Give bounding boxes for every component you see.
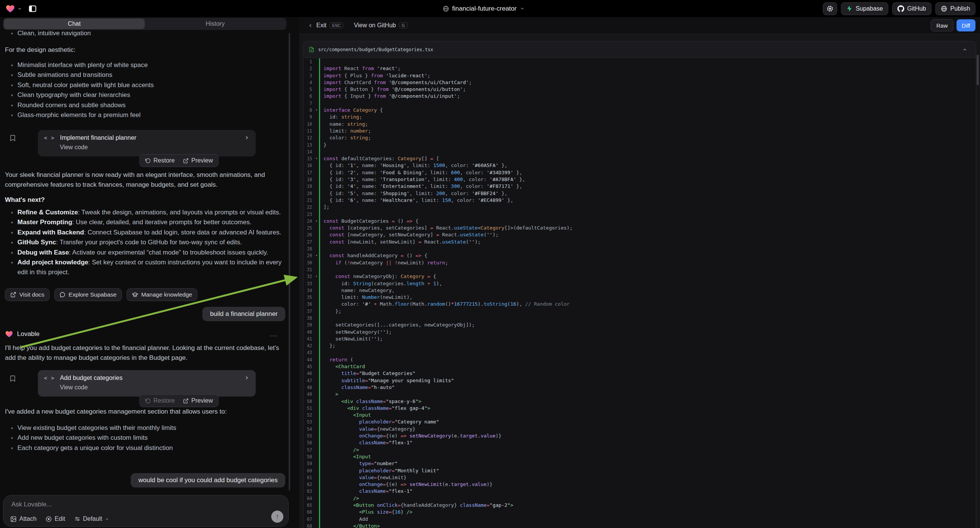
code-line: 25 const [categories, setCategories] = R… — [304, 224, 976, 231]
line-number: 31 — [304, 266, 314, 273]
chat-scrollbar[interactable] — [289, 33, 290, 490]
preview-button[interactable]: Preview — [183, 397, 213, 404]
manage-knowledge-button[interactable]: Manage knowledge — [127, 288, 197, 301]
fold-gutter — [314, 211, 319, 218]
fold-gutter — [314, 453, 319, 460]
code-line: 28 — [304, 245, 976, 252]
fold-gutter — [314, 79, 319, 86]
attach-button[interactable]: Attach — [10, 515, 37, 522]
code-text: setNewCategory(''); — [320, 329, 392, 336]
line-number: 28 — [304, 245, 314, 252]
chat-bubble-icon — [59, 292, 65, 298]
code-line: 11 limit: number; — [304, 128, 976, 134]
chevron-right-icon — [244, 375, 250, 381]
list-item: Clean typography with clear hierarchies — [5, 90, 280, 100]
fold-chevron-icon[interactable]: ▾ — [314, 273, 319, 280]
view-code-link[interactable]: View code — [44, 384, 250, 391]
sliders-icon — [74, 516, 80, 522]
code-text: <ChartCard — [320, 363, 365, 370]
mode-label: Default — [83, 515, 102, 522]
code-line: 38 — [304, 315, 976, 321]
edit-mode-button[interactable]: Edit — [45, 515, 65, 522]
code-text: if (!newCategory || !newLimit) return; — [320, 259, 448, 266]
toggle-sidebar-button[interactable] — [28, 4, 37, 13]
restore-button[interactable]: Restore — [145, 157, 175, 164]
code-line: 66 <Plus size={16} /> — [304, 509, 976, 515]
bookmark-icon[interactable] — [9, 134, 16, 142]
line-number: 48 — [304, 384, 314, 391]
code-text — [320, 266, 323, 273]
code-line: 34 name: newCategory, — [304, 287, 976, 294]
restore-button-disabled[interactable]: Restore — [145, 397, 175, 404]
publish-button[interactable]: Publish — [935, 2, 975, 15]
line-number: 11 — [304, 128, 314, 134]
code-text: /> — [320, 447, 359, 453]
supabase-bolt-icon — [846, 5, 853, 12]
tab-history[interactable]: History — [145, 19, 286, 29]
list-item: Debug with Ease: Activate our experiment… — [5, 248, 285, 258]
fold-gutter — [314, 197, 319, 204]
code-line: 52 <Input — [304, 412, 976, 418]
line-number: 15 — [304, 155, 314, 162]
fold-gutter — [314, 128, 319, 134]
fold-gutter — [314, 439, 319, 446]
prompt-input-box[interactable]: Ask Lovable... Attach Edit — [3, 495, 289, 527]
preview-label: Preview — [191, 397, 213, 404]
fold-chevron-icon[interactable]: ▾ — [314, 107, 319, 114]
supabase-button[interactable]: Supabase — [841, 2, 888, 15]
version-card-implement-financial-planner[interactable]: < > Implement financial planner View cod… — [38, 130, 256, 156]
bookmark-icon[interactable] — [9, 375, 16, 382]
fold-chevron-icon[interactable]: ▾ — [314, 218, 319, 224]
code-text: color: '#' + Math.floor(Math.random()*16… — [320, 301, 570, 308]
fold-gutter — [314, 169, 319, 176]
file-path-bar[interactable]: src/components/budget/BudgetCategories.t… — [304, 41, 976, 58]
explore-supabase-button[interactable]: Explore Supabase — [54, 288, 122, 301]
code-line: 29▾ const handleAddCategory = () => { — [304, 252, 976, 259]
view-on-github-button[interactable]: View on GitHub G — [354, 22, 407, 29]
line-number: 66 — [304, 509, 314, 515]
code-line: 14 — [304, 148, 976, 155]
chevron-down-icon[interactable] — [18, 6, 22, 11]
collapse-file-button[interactable] — [959, 44, 970, 55]
planner-ready-message: Your sleek financial planner is now read… — [5, 170, 280, 190]
fold-chevron-icon[interactable]: ▾ — [314, 155, 319, 162]
code-text: }; — [320, 342, 335, 349]
lovable-logo-heart-icon[interactable] — [5, 4, 15, 14]
line-number: 33 — [304, 280, 314, 287]
github-button[interactable]: GitHub — [892, 2, 932, 15]
version-card-add-budget-categories[interactable]: < > Add budget categories View code — [38, 370, 256, 396]
message-menu-button[interactable]: ... — [270, 330, 278, 338]
view-code-link[interactable]: View code — [44, 144, 250, 151]
code-text: { id: '5', name: 'Shopping', limit: 200,… — [320, 190, 507, 197]
view-on-github-label: View on GitHub — [354, 22, 396, 29]
visit-docs-button[interactable]: Visit docs — [5, 288, 49, 301]
exit-button[interactable]: Exit ESC — [308, 22, 343, 29]
code-line: 63 className="flex-1" — [304, 488, 976, 495]
preview-button[interactable]: Preview — [183, 157, 213, 164]
model-mode-select[interactable]: Default — [74, 515, 109, 522]
design-bullet-list: Minimalist interface with plenty of whit… — [5, 60, 280, 120]
settings-button[interactable] — [823, 2, 837, 15]
fold-gutter — [314, 349, 319, 356]
line-number: 58 — [304, 453, 314, 460]
code-scrollbar[interactable] — [977, 55, 979, 85]
code-line: 24▾const BudgetCategories = () => { — [304, 218, 976, 224]
fold-gutter — [314, 231, 319, 238]
code-text: type="number" — [320, 460, 398, 467]
whats-next-list: Refine & Customize: Tweak the design, an… — [5, 208, 285, 278]
code-line: 21 { id: '6', name: 'Healthcare', limit:… — [304, 197, 976, 204]
tab-chat[interactable]: Chat — [4, 19, 145, 29]
supabase-label: Supabase — [856, 5, 883, 12]
fold-gutter — [314, 308, 319, 315]
fold-gutter — [314, 516, 319, 523]
raw-toggle-button[interactable]: Raw — [931, 19, 953, 32]
diff-toggle-button[interactable]: Diff — [956, 19, 975, 32]
code-line: 55 onChange={(e) => setNewCategory(e.tar… — [304, 433, 976, 439]
code-text: ]; — [320, 204, 329, 211]
fold-chevron-icon[interactable]: ▾ — [314, 252, 319, 259]
project-switcher[interactable]: financial-future-creator — [442, 0, 525, 17]
fold-gutter — [314, 336, 319, 342]
list-item: Add project knowledge: Set key context o… — [5, 258, 285, 278]
send-button[interactable]: ↑ — [271, 511, 283, 523]
line-number: 3 — [304, 72, 314, 79]
